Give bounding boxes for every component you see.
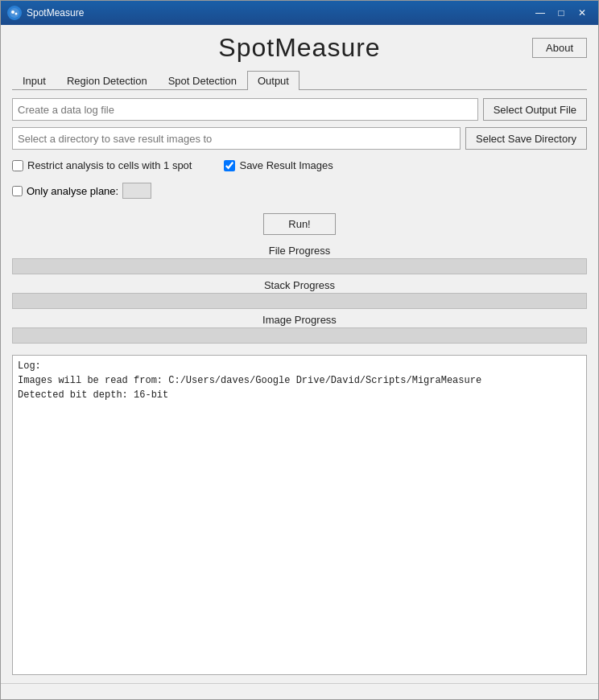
- about-button[interactable]: About: [532, 38, 587, 58]
- app-title-row: SpotMeasure About: [12, 33, 587, 63]
- select-save-directory-button[interactable]: Select Save Directory: [465, 127, 587, 150]
- file-progress-bar-container: [12, 258, 587, 274]
- image-progress-bar-container: [12, 327, 587, 344]
- run-row: Run!: [12, 213, 587, 235]
- log-file-row: Select Output File: [12, 98, 587, 121]
- title-bar: SpotMeasure — □ ✕: [1, 1, 598, 25]
- close-button[interactable]: ✕: [572, 5, 592, 21]
- title-bar-controls: — □ ✕: [531, 5, 592, 21]
- plane-number-input[interactable]: [122, 183, 151, 199]
- options-row-2: Only analyse plane:: [12, 181, 587, 200]
- title-bar-text: SpotMeasure: [27, 7, 531, 19]
- stack-progress-section: Stack Progress: [12, 279, 587, 309]
- maximize-button[interactable]: □: [551, 5, 571, 21]
- log-section: Log: Images will be read from: C:/Users/…: [12, 355, 587, 675]
- svg-point-2: [15, 13, 18, 15]
- status-bar: [1, 683, 598, 699]
- only-plane-label: Only analyse plane:: [27, 185, 118, 197]
- image-progress-label: Image Progress: [12, 314, 587, 326]
- progress-section: File Progress Stack Progress Image Progr…: [12, 245, 587, 344]
- restrict-analysis-label[interactable]: Restrict analysis to cells with 1 spot: [12, 159, 192, 171]
- run-button[interactable]: Run!: [263, 213, 335, 235]
- tab-input[interactable]: Input: [12, 71, 56, 90]
- directory-input[interactable]: [12, 127, 461, 150]
- main-content: SpotMeasure About Input Region Detection…: [1, 25, 598, 683]
- main-window: SpotMeasure — □ ✕ SpotMeasure About Inpu…: [0, 0, 599, 700]
- log-box[interactable]: Log: Images will be read from: C:/Users/…: [12, 355, 587, 675]
- tab-output[interactable]: Output: [247, 71, 300, 90]
- tab-bar: Input Region Detection Spot Detection Ou…: [12, 71, 587, 90]
- image-progress-section: Image Progress: [12, 314, 587, 344]
- log-line-2: Detected bit depth: 16-bit: [18, 389, 168, 401]
- app-title: SpotMeasure: [218, 33, 380, 63]
- log-file-input[interactable]: [12, 98, 478, 121]
- only-analyse-plane-checkbox[interactable]: [12, 186, 23, 196]
- file-progress-label: File Progress: [12, 245, 587, 257]
- svg-point-0: [10, 8, 19, 18]
- directory-row: Select Save Directory: [12, 127, 587, 150]
- options-row-1: Restrict analysis to cells with 1 spot S…: [12, 156, 587, 175]
- log-line-1: Images will be read from: C:/Users/daves…: [18, 375, 481, 386]
- tab-spot-detection[interactable]: Spot Detection: [158, 71, 247, 90]
- save-result-images-checkbox[interactable]: [224, 160, 235, 171]
- minimize-button[interactable]: —: [531, 5, 550, 21]
- stack-progress-bar-container: [12, 293, 587, 309]
- svg-point-1: [11, 10, 14, 14]
- output-panel: Select Output File Select Save Directory…: [12, 98, 587, 675]
- log-header: Log:: [18, 360, 41, 372]
- file-progress-section: File Progress: [12, 245, 587, 274]
- tab-region-detection[interactable]: Region Detection: [56, 71, 158, 90]
- stack-progress-label: Stack Progress: [12, 279, 587, 291]
- save-result-images-label[interactable]: Save Result Images: [224, 159, 333, 171]
- restrict-analysis-checkbox[interactable]: [12, 160, 23, 171]
- app-icon: [7, 6, 22, 20]
- select-output-file-button[interactable]: Select Output File: [483, 98, 587, 121]
